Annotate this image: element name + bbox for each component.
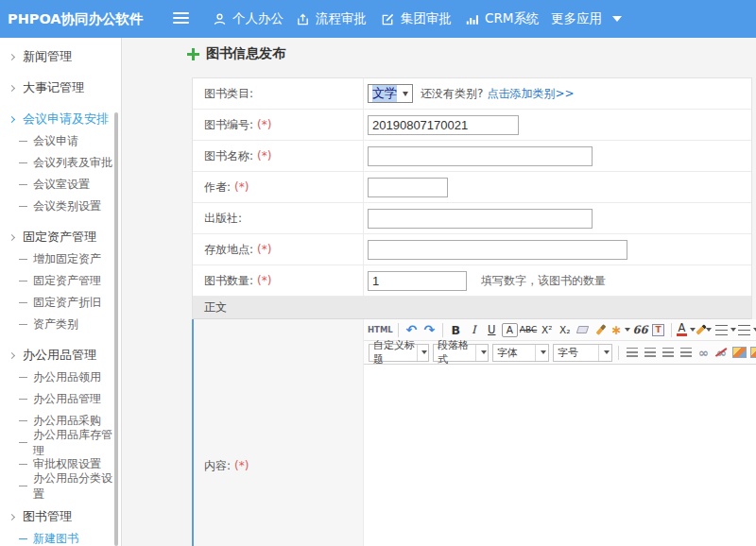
sidebar-item-label: 固定资产折旧 — [33, 295, 101, 311]
sidebar-group-news[interactable]: 新闻管理 — [0, 45, 121, 68]
strikethrough-button[interactable]: ABC — [520, 321, 537, 339]
clean-format-button[interactable] — [593, 321, 609, 339]
sidebar-item-label: 办公用品领用 — [33, 369, 101, 385]
eraser-icon — [576, 326, 590, 333]
nav-more-apps[interactable]: 更多应用 — [551, 0, 602, 38]
dash-icon — [19, 206, 27, 207]
italic-button[interactable]: I — [466, 321, 482, 339]
dash-icon — [19, 464, 27, 465]
sidebar-group-books[interactable]: 图书管理 — [0, 505, 121, 528]
sidebar-item-label: 固定资产管理 — [33, 273, 101, 289]
sidebar-item-supplies-claim[interactable]: 办公用品领用 — [0, 367, 121, 388]
caret-down-icon — [625, 328, 630, 332]
chevron-right-icon — [9, 84, 15, 91]
redo-button[interactable]: ↷ — [421, 321, 438, 339]
sidebar-item-new-book[interactable]: 新建图书 — [0, 528, 121, 546]
sidebar-item-asset-manage[interactable]: 固定资产管理 — [0, 270, 121, 292]
toolbar-separator — [618, 346, 619, 360]
dropdown-label: 字体 — [497, 346, 518, 360]
sidebar-item-supplies-manage[interactable]: 办公用品管理 — [0, 388, 121, 410]
form-row-quantity: 图书数量:(*) 填写数字，该图书的数量 — [193, 265, 751, 297]
editor-content-area[interactable] — [364, 365, 756, 546]
paragraph-format-dropdown[interactable]: 段落格式 — [433, 344, 489, 362]
sidebar-item-add-asset[interactable]: 增加固定资产 — [0, 248, 121, 270]
sidebar-item-meeting-category[interactable]: 会议类别设置 — [0, 196, 121, 217]
toolbar-separator — [671, 323, 672, 337]
nav-crm-system[interactable]: CRM系统 — [465, 0, 539, 38]
paste-from-word-button[interactable]: T — [650, 321, 666, 339]
more-apps-dropdown[interactable] — [612, 0, 622, 38]
paint-format-button[interactable]: ∗ — [610, 321, 630, 339]
dash-icon — [19, 420, 27, 421]
form-row-book-number: 图书编号:(*) — [193, 110, 751, 141]
sidebar-item-asset-depreciation[interactable]: 固定资产折旧 — [0, 292, 121, 314]
undo-button[interactable]: ↶ — [404, 321, 420, 339]
field-label: 作者: — [204, 179, 231, 196]
highlight-pen-button[interactable] — [697, 321, 713, 339]
field-label: 图书类目: — [204, 86, 253, 102]
location-input[interactable] — [368, 240, 627, 260]
image-icon — [732, 347, 747, 358]
subscript-button[interactable]: X₂ — [557, 321, 573, 339]
category-select[interactable]: 文学 — [368, 84, 413, 103]
dash-icon — [19, 302, 27, 303]
required-mark: (*) — [234, 180, 249, 194]
sidebar-group-office-supplies[interactable]: 办公用品管理 — [0, 344, 121, 367]
ordered-list-icon — [715, 325, 728, 335]
sidebar-group-label: 大事记管理 — [23, 79, 84, 96]
publisher-input[interactable] — [368, 209, 593, 229]
page-title: 图书信息发布 — [187, 45, 285, 62]
nav-personal-office[interactable]: 个人办公 — [213, 0, 284, 38]
eraser-button[interactable] — [575, 321, 591, 339]
html-source-button[interactable]: HTML — [368, 321, 393, 339]
sidebar-scrollbar[interactable] — [114, 112, 118, 546]
add-category-link[interactable]: 点击添加类别>> — [487, 86, 574, 102]
ordered-list-button[interactable] — [715, 321, 736, 339]
font-background-button[interactable]: A — [502, 323, 518, 337]
insert-link-button[interactable]: ∞ — [696, 344, 712, 362]
book-number-input[interactable] — [368, 115, 519, 135]
font-size-dropdown[interactable]: 字号 — [553, 344, 612, 362]
sidebar-group-label: 办公用品管理 — [23, 347, 96, 364]
font-family-dropdown[interactable]: 字体 — [492, 344, 549, 362]
sidebar-group-fixed-assets[interactable]: 固定资产管理 — [0, 226, 121, 248]
field-label: 图书名称: — [204, 148, 253, 164]
underline-button[interactable]: U — [484, 321, 500, 339]
upload-image-button[interactable] — [749, 344, 756, 362]
align-right-button[interactable] — [660, 344, 676, 362]
sidebar-item-meeting-list[interactable]: 会议列表及审批 — [0, 152, 121, 174]
quantity-input[interactable] — [368, 271, 467, 291]
sidebar-item-meeting-room[interactable]: 会议室设置 — [0, 174, 121, 196]
insert-image-button[interactable] — [731, 344, 747, 362]
sidebar-item-label: 会议室设置 — [33, 177, 90, 193]
field-label: 图书编号: — [204, 117, 253, 133]
sidebar-item-supplies-category[interactable]: 办公用品分类设置 — [0, 475, 121, 497]
align-center-button[interactable] — [642, 344, 658, 362]
nav-group-approval[interactable]: 集团审批 — [381, 0, 452, 38]
sidebar-item-supplies-inventory[interactable]: 办公用品库存管理 — [0, 432, 121, 453]
unordered-list-button[interactable] — [738, 321, 756, 339]
font-color-button[interactable]: A — [677, 321, 696, 339]
dash-icon — [19, 324, 27, 325]
bold-button[interactable]: B — [448, 321, 464, 339]
nav-label: CRM系统 — [485, 10, 539, 27]
chevron-right-icon — [9, 351, 15, 358]
superscript-button[interactable]: X² — [539, 321, 555, 339]
align-left-button[interactable] — [624, 344, 640, 362]
sidebar-group-label: 会议申请及安排 — [23, 111, 109, 128]
nav-workflow-approval[interactable]: 流程审批 — [296, 0, 367, 38]
author-input[interactable] — [368, 178, 448, 197]
caret-down-icon — [475, 345, 488, 361]
plus-icon — [187, 48, 199, 60]
remove-link-button[interactable]: ∞ — [713, 344, 730, 362]
custom-title-dropdown[interactable]: 自定义标题 — [369, 344, 429, 362]
blockquote-button[interactable]: 66 — [632, 321, 648, 339]
sidebar-group-meeting[interactable]: 会议申请及安排 — [0, 108, 121, 130]
sidebar-group-memorabilia[interactable]: 大事记管理 — [0, 77, 121, 99]
align-justify-button[interactable] — [678, 344, 694, 362]
sidebar-item-asset-category[interactable]: 资产类别 — [0, 314, 121, 335]
book-name-input[interactable] — [368, 146, 593, 166]
hamburger-menu-icon[interactable] — [173, 12, 189, 25]
chevron-right-icon — [9, 53, 15, 60]
sidebar-item-meeting-apply[interactable]: 会议申请 — [0, 130, 121, 152]
